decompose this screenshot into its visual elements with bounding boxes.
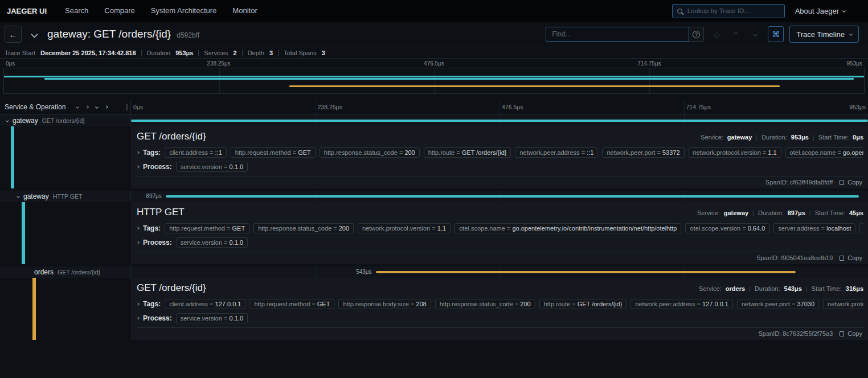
span-id: SpanID: f905041ea8cefb19 [756, 254, 833, 261]
span-row[interactable]: gatewayGET /orders/{id} [0, 115, 868, 126]
span-detail-panel: HTTP GETService:gateway|Duration:897μs|S… [131, 202, 868, 264]
tags-pill: network.protocol.ver… [823, 299, 863, 309]
nav-item-monitor[interactable]: Monitor [224, 0, 265, 22]
span-expander-icon[interactable] [2, 120, 13, 122]
tags-pill: network.peer.address = 127.0.0.1 [630, 299, 733, 309]
command-icon: ⌘ [772, 30, 780, 39]
chevron-down-icon [6, 119, 9, 122]
tags-pill: client.address = 127.0.0.1 [165, 299, 245, 309]
copy-label: Copy [847, 330, 862, 337]
tags-pill: http.route = GET /orders/{id} [539, 299, 627, 309]
trace-lookup-box[interactable] [672, 4, 785, 18]
tags-pill: http.response.status_code = 200 [320, 147, 420, 158]
header-collapse-toggle[interactable] [27, 32, 42, 37]
gridline [316, 266, 316, 278]
span-bar[interactable] [376, 271, 796, 273]
next-match-button[interactable] [748, 27, 762, 41]
tags-pill: otel.scope.name = go.openteleme… [785, 147, 863, 158]
tick-label: 238.25μs [316, 104, 342, 110]
nav-item-compare[interactable]: Compare [96, 0, 142, 22]
chevron-down-icon [17, 195, 20, 198]
span-detail-header[interactable]: GET /orders/{id}Service:gateway|Duration… [137, 130, 863, 143]
tags-pill: http.request.method = GET [165, 223, 249, 233]
span-detail-header[interactable]: GET /orders/{id}Service:orders|Duration:… [137, 281, 863, 295]
tags-pill: client.address = ::1 [165, 147, 227, 158]
minimap-viewport[interactable] [3, 68, 865, 94]
about-jaeger-menu[interactable]: About Jaeger [795, 7, 861, 15]
tags-toggle[interactable]: Tags: [137, 224, 161, 232]
span-detail-footer: SpanID: f905041ea8cefb19Copy [137, 252, 863, 262]
nav-item-search[interactable]: Search [57, 0, 96, 22]
tick-label: 953μs [849, 104, 866, 110]
header-controls: ? ◇ ⌘ Trace Timeline [546, 26, 863, 43]
process-pill: service.version = 0.1.0 [176, 162, 248, 172]
collapse-one-icon[interactable] [76, 106, 79, 108]
span-indent-guide[interactable] [32, 278, 36, 340]
nav-item-system-architecture[interactable]: System Architecture [143, 0, 225, 22]
copy-icon [840, 331, 844, 336]
tags-toggle[interactable]: Tags: [137, 300, 161, 308]
span-tree-gutter [0, 202, 131, 264]
tags-toggle[interactable]: Tags: [137, 149, 161, 157]
span-service-name: orders [34, 268, 54, 276]
trace-view-selector[interactable]: Trace Timeline [789, 26, 859, 43]
detail-start-time-value: 45μs [849, 209, 863, 216]
back-button[interactable]: ← [5, 26, 22, 43]
expand-one-icon[interactable] [86, 106, 88, 108]
collapse-all-icon[interactable] [96, 106, 98, 108]
process-toggle[interactable]: Process: [137, 314, 172, 322]
expand-all-icon[interactable] [105, 106, 108, 108]
chevron-right-icon [137, 241, 140, 244]
find-help-button[interactable]: ? [689, 27, 704, 42]
copy-icon [840, 256, 844, 261]
span-row[interactable]: gatewayHTTP GET897μs [0, 191, 868, 202]
copy-button[interactable]: Copy [840, 254, 862, 261]
span-detail-row: GET /orders/{id}Service:orders|Duration:… [0, 278, 868, 340]
process-toggle[interactable]: Process: [137, 163, 172, 171]
summary-value: 3 [269, 50, 273, 56]
tags-pill: http.response.status_code = 200 [435, 299, 535, 309]
focus-matches-button[interactable]: ◇ [710, 27, 723, 41]
span-operation-name: GET /orders/{id} [42, 117, 85, 124]
span-indent-guide[interactable] [11, 126, 14, 188]
span-duration-label: 543μs [356, 269, 375, 275]
span-bar[interactable] [131, 120, 868, 122]
span-detail-panel: GET /orders/{id}Service:gateway|Duration… [131, 126, 868, 188]
timeline-minimap: 0μs238.25μs476.5μs714.75μs953μs [0, 59, 868, 97]
span-expander-icon[interactable] [13, 195, 23, 198]
tags-pill: network.peer.address = ::1 [515, 147, 598, 158]
span-detail-row: HTTP GETService:gateway|Duration:897μs|S… [0, 202, 868, 264]
span-detail-header[interactable]: HTTP GETService:gateway|Duration:897μs|S… [137, 206, 863, 219]
gridline [649, 68, 650, 93]
span-detail-tags-row: Tags:http.request.method = GEThttp.respo… [137, 223, 863, 233]
span-detail-footer: SpanID: 8c7632f55f2f75a3Copy [137, 327, 863, 338]
trace-summary-bar: Trace StartDecember 25 2025, 17:34:42.81… [0, 47, 868, 59]
copy-button[interactable]: Copy [840, 330, 862, 337]
app-logo[interactable]: JAEGER UI [7, 7, 57, 15]
tick-label: 0μs [133, 104, 143, 110]
trace-lookup-input[interactable] [686, 7, 780, 15]
column-resizer[interactable] [126, 104, 128, 110]
find-box[interactable] [546, 27, 689, 42]
detail-service-value: gateway [727, 134, 752, 141]
span-row[interactable]: ordersGET /orders/{id}543μs [0, 266, 868, 278]
summary-label: Duration [147, 50, 171, 56]
process-toggle[interactable]: Process: [137, 239, 172, 246]
span-service-name: gateway [23, 192, 49, 200]
copy-label: Copy [847, 179, 862, 186]
chevron-down-icon [849, 32, 853, 36]
span-service-name: gateway [13, 117, 38, 125]
nav-right: About Jaeger [672, 4, 861, 18]
prev-match-button[interactable] [729, 27, 743, 41]
span-operation-name: HTTP GET [53, 193, 83, 200]
span-bar[interactable] [166, 195, 859, 198]
question-circle-icon: ? [693, 31, 700, 38]
span-indent-guide[interactable] [22, 202, 25, 264]
span-detail-title: GET /orders/{id} [137, 130, 206, 143]
tags-pill: http.request.method = GET [231, 147, 316, 158]
keyboard-shortcuts-button[interactable]: ⌘ [768, 26, 784, 42]
copy-button[interactable]: Copy [840, 179, 862, 186]
detail-duration-value: 953μs [791, 134, 809, 141]
detail-start-time-value: 0μs [853, 134, 863, 141]
find-input[interactable] [551, 30, 684, 39]
